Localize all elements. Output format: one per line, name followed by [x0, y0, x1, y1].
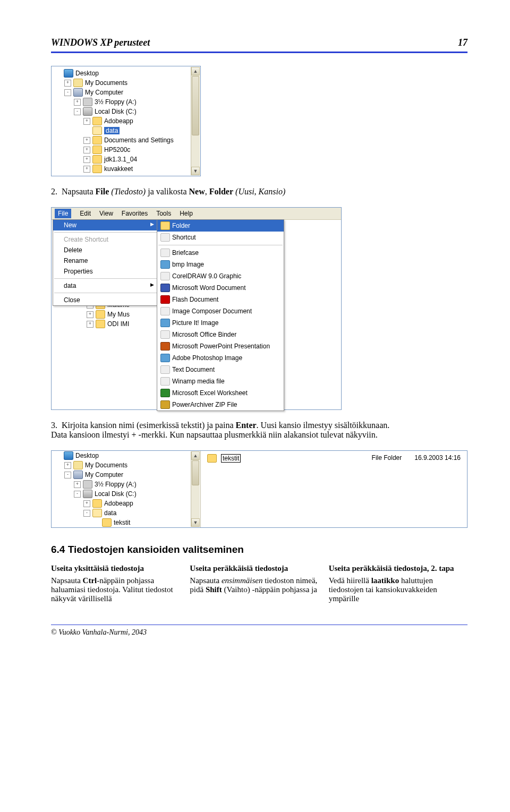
- expand-icon[interactable]: +: [83, 118, 90, 125]
- scroll-up-button[interactable]: ▲: [191, 451, 200, 460]
- expand-icon[interactable]: +: [64, 462, 71, 469]
- scroll-thumb[interactable]: [192, 76, 199, 135]
- tree-row[interactable]: -My Computer: [52, 470, 200, 480]
- tree-row[interactable]: +Adobeapp: [52, 116, 200, 126]
- submenu-item[interactable]: Briefcase: [157, 247, 284, 259]
- menu-item-delete[interactable]: Delete: [53, 245, 158, 255]
- expand-icon[interactable]: +: [83, 147, 90, 153]
- node-label: My Documents: [85, 461, 128, 469]
- collapse-icon[interactable]: -: [64, 89, 71, 96]
- node-icon: [96, 310, 105, 319]
- tree-row[interactable]: +Adobeapp: [52, 499, 200, 508]
- menu-item-rename[interactable]: Rename: [53, 255, 158, 266]
- menu-item-properties[interactable]: Properties: [53, 266, 158, 277]
- scroll-thumb[interactable]: [192, 460, 199, 485]
- node-icon: [73, 88, 83, 97]
- menubar-item-tools[interactable]: Tools: [156, 210, 171, 217]
- tree-row[interactable]: +kuvakkeet: [52, 164, 200, 174]
- tree-row[interactable]: -Local Disk (C:): [52, 107, 200, 116]
- expand-icon[interactable]: +: [87, 311, 94, 318]
- rename-input[interactable]: tekstit: [221, 454, 241, 463]
- expand-icon[interactable]: +: [83, 137, 90, 144]
- submenu-item[interactable]: Adobe Photoshop Image: [157, 352, 284, 364]
- submenu-item[interactable]: Shortcut: [157, 232, 284, 243]
- submenu-item[interactable]: bmp Image: [157, 259, 284, 270]
- scrollbar[interactable]: ▲ ▼: [191, 451, 200, 527]
- expand-icon[interactable]: +: [87, 321, 94, 328]
- tree-row[interactable]: -Local Disk (C:): [52, 489, 200, 499]
- node-label: Local Disk (C:): [95, 108, 137, 115]
- menubar-item-help[interactable]: Help: [180, 210, 193, 217]
- tree-row[interactable]: +jdk1.3.1_04: [52, 155, 200, 164]
- file-type-icon: [160, 221, 170, 230]
- submenu-item[interactable]: Microsoft Excel Worksheet: [157, 387, 284, 399]
- expand-icon[interactable]: +: [74, 481, 81, 488]
- expand-icon[interactable]: +: [83, 166, 90, 173]
- tree-row[interactable]: +Documents and Settings: [52, 135, 200, 145]
- footer-copyright: © Vuokko Vanhala-Nurmi, 2043: [51, 628, 468, 637]
- collapse-icon[interactable]: -: [74, 491, 81, 498]
- file-type-icon: [160, 295, 170, 304]
- submenu-item[interactable]: Microsoft Word Document: [157, 282, 284, 294]
- submenu-item[interactable]: CorelDRAW 9.0 Graphic: [157, 270, 284, 282]
- menubar-item-favorites[interactable]: Favorites: [122, 210, 148, 217]
- node-icon: [83, 490, 92, 498]
- node-label: Desktop: [75, 452, 99, 459]
- menu-item-data[interactable]: data: [53, 280, 158, 291]
- expand-icon[interactable]: +: [64, 80, 71, 87]
- tree-row[interactable]: -My Computer: [52, 88, 200, 97]
- tree-row[interactable]: tekstit: [52, 518, 200, 527]
- node-label: Adobeapp: [104, 500, 133, 507]
- scrollbar[interactable]: ▲ ▼: [191, 67, 200, 175]
- submenu-item[interactable]: Winamp media file: [157, 375, 284, 387]
- tree-row[interactable]: -data: [52, 508, 200, 518]
- node-icon: [64, 69, 73, 78]
- scroll-up-button[interactable]: ▲: [191, 67, 200, 75]
- submenu-item[interactable]: Text Document: [157, 364, 284, 375]
- submenu-item[interactable]: Microsoft Office Binder: [157, 329, 284, 340]
- submenu-item[interactable]: Flash Document: [157, 294, 284, 305]
- tree-row[interactable]: Desktop: [52, 451, 200, 460]
- submenu-label: Folder: [172, 222, 190, 229]
- header-rule: [51, 52, 468, 53]
- page-number: 17: [458, 37, 468, 48]
- tree-row[interactable]: +My Documents: [52, 78, 200, 88]
- expand-icon[interactable]: +: [74, 99, 81, 106]
- file-type-icon: [160, 365, 170, 374]
- menubar-item-file[interactable]: File: [55, 209, 71, 218]
- collapse-icon[interactable]: -: [74, 108, 81, 115]
- node-icon: [83, 107, 92, 116]
- node-icon: [92, 146, 102, 154]
- file-date-label: 16.9.2003 14:16: [414, 454, 461, 461]
- expand-icon[interactable]: +: [83, 156, 90, 163]
- node-label: tekstit: [114, 519, 130, 526]
- submenu-item[interactable]: Microsoft PowerPoint Presentation: [157, 340, 284, 352]
- tree-row[interactable]: data: [52, 126, 200, 135]
- scroll-down-button[interactable]: ▼: [191, 518, 200, 527]
- menu-item-close[interactable]: Close: [53, 295, 158, 305]
- tree-row[interactable]: +My Documents: [52, 460, 200, 470]
- scroll-down-button[interactable]: ▼: [191, 167, 200, 175]
- expand-icon[interactable]: +: [83, 500, 90, 507]
- node-icon: [83, 480, 92, 489]
- collapse-icon[interactable]: -: [64, 472, 71, 478]
- submenu-item[interactable]: PowerArchiver ZIP File: [157, 399, 284, 411]
- tree-row[interactable]: +3½ Floppy (A:): [52, 97, 200, 107]
- submenu-label: Microsoft Word Document: [172, 284, 246, 292]
- tree-row[interactable]: +HP5200c: [52, 145, 200, 155]
- tree-row[interactable]: Desktop: [52, 69, 200, 78]
- submenu-item[interactable]: Image Composer Document: [157, 305, 284, 317]
- node-icon: [73, 461, 83, 469]
- menubar-item-view[interactable]: View: [99, 210, 113, 217]
- submenu-label: bmp Image: [172, 261, 204, 268]
- node-label: 3½ Floppy (A:): [95, 481, 137, 488]
- tree-row[interactable]: +3½ Floppy (A:): [52, 480, 200, 489]
- menu-item-new[interactable]: New: [53, 220, 158, 230]
- node-label: My Documents: [85, 79, 128, 87]
- submenu-item[interactable]: Picture It! Image: [157, 317, 284, 329]
- node-label: My Mus: [107, 311, 130, 318]
- submenu-item[interactable]: Folder: [157, 220, 284, 232]
- submenu-label: Image Composer Document: [172, 307, 252, 315]
- menubar-item-edit[interactable]: Edit: [80, 210, 91, 217]
- collapse-icon[interactable]: -: [83, 510, 90, 517]
